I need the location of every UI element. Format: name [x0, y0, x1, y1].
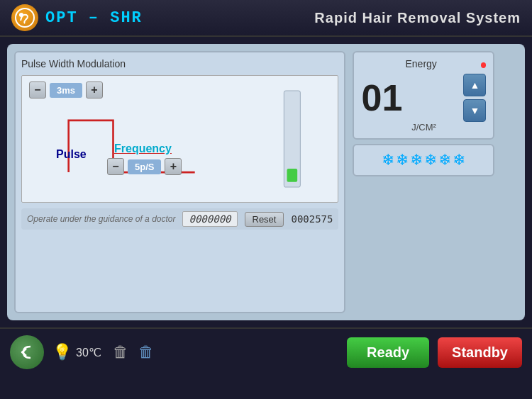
pulse-control-row: − 3ms + [29, 82, 103, 99]
session-counter: 0000000 [182, 211, 237, 227]
total-counter: 0002575 [291, 213, 333, 225]
footer: 💡 30℃ 🗑 🗑 Ready Standby [0, 327, 532, 376]
energy-arrows: ▲ ▼ [463, 74, 486, 122]
logo-text: OPT – SHR [45, 9, 143, 27]
energy-box: Energy 01 ▲ ▼ J/CM² [353, 51, 494, 140]
snowflake-3: ❄ [410, 151, 423, 169]
energy-up-btn[interactable]: ▲ [463, 74, 486, 96]
temperature-display: 💡 30℃ [52, 343, 101, 361]
pulse-plus-btn[interactable]: + [86, 82, 103, 99]
left-panel: Pulse Width Modulation − 3ms + [14, 51, 345, 313]
bulb-icon: 💡 [52, 343, 72, 361]
trash-icon-2[interactable]: 🗑 [138, 343, 154, 361]
main-area: Pulse Width Modulation − 3ms + [7, 44, 525, 320]
pulse-minus-btn[interactable]: − [29, 82, 46, 99]
temperature-value: 30℃ [76, 346, 101, 359]
trash-icon-1[interactable]: 🗑 [113, 343, 128, 361]
pulse-diagram: − 3ms + Pulse Frequency − 5p/S [21, 75, 338, 203]
snowflake-4: ❄ [424, 151, 437, 169]
guidance-text: Operate under the guidance of a doctor [27, 214, 175, 224]
energy-number-row: 01 ▲ ▼ [361, 74, 486, 122]
energy-down-btn[interactable]: ▼ [463, 99, 486, 122]
frequency-plus-btn[interactable]: + [165, 158, 182, 175]
snowflake-1: ❄ [382, 151, 394, 169]
pulse-value: 3ms [50, 83, 82, 98]
energy-title: Energy [361, 58, 480, 69]
frequency-value: 5p/S [128, 159, 161, 174]
ready-button[interactable]: Ready [347, 337, 429, 368]
back-button[interactable] [10, 335, 44, 369]
status-bar: Operate under the guidance of a doctor 0… [21, 208, 338, 230]
frequency-minus-btn[interactable]: − [107, 158, 124, 175]
frequency-section: Frequency − 5p/S + [107, 142, 182, 175]
snowflake-2: ❄ [396, 151, 409, 169]
middle-section: Pulse Width Modulation − 3ms + [14, 51, 494, 313]
energy-value: 01 [361, 79, 402, 116]
snowflake-box: ❄ ❄ ❄ ❄ ❄ ❄ [353, 144, 494, 176]
logo-area: OPT – SHR [11, 4, 143, 31]
header: OPT – SHR Rapid Hair Removal System [0, 0, 532, 37]
logo-icon [11, 4, 38, 31]
snowflake-6: ❄ [453, 151, 465, 169]
pulse-width-panel: Pulse Width Modulation − 3ms + [14, 51, 345, 313]
svg-rect-3 [287, 169, 298, 182]
reset-button[interactable]: Reset [245, 212, 284, 227]
header-title: Rapid Hair Removal System [314, 10, 521, 26]
panel-title: Pulse Width Modulation [21, 58, 338, 69]
frequency-label: Frequency [114, 142, 182, 155]
pulse-label: Pulse [42, 148, 87, 161]
right-panel: Energy 01 ▲ ▼ J/CM² ❄ ❄ ❄ ❄ ❄ [353, 51, 494, 313]
svg-point-0 [16, 9, 34, 27]
svg-point-1 [19, 13, 23, 17]
energy-indicator [481, 62, 487, 68]
energy-unit: J/CM² [411, 122, 436, 133]
snowflake-5: ❄ [438, 151, 451, 169]
standby-button[interactable]: Standby [438, 337, 522, 368]
